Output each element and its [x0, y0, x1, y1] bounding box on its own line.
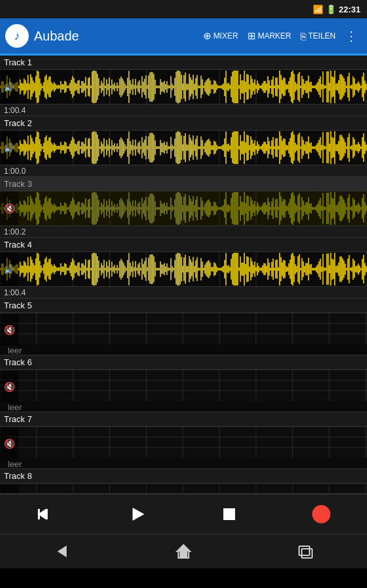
track-label-2: Track 2 — [4, 118, 32, 128]
more-button[interactable]: ⋮ — [341, 25, 362, 46]
recent-icon — [296, 542, 315, 561]
svg-rect-21 — [223, 508, 235, 520]
track-row-1: Track 1 🔊 1:00.4 — [0, 56, 367, 116]
track-header-5: Track 5 — [0, 299, 367, 313]
muted-icon-6: 🔇 — [0, 371, 18, 402]
wifi-icon: 📶 — [313, 5, 323, 14]
marker-icon: ⊞ — [247, 30, 256, 42]
home-icon — [174, 542, 193, 561]
top-bar: ♪ Aubade ⊕ MIXER ⊞ MARKER ⎘ TEILEN ⋮ — [0, 18, 367, 54]
track-header-8: Track 8 — [0, 469, 367, 483]
back-icon — [52, 542, 71, 561]
track-label-5: Track 5 — [4, 301, 32, 310]
track-content-8[interactable]: 🔇 — [0, 483, 367, 493]
track-content-6[interactable]: 🔇 — [0, 370, 367, 401]
track-label-6: Track 6 — [4, 357, 32, 367]
track-header-1: Track 1 — [0, 56, 367, 70]
track-header-4: Track 4 — [0, 238, 367, 252]
speaker-icon-4: 🔊 — [0, 252, 18, 286]
track-area: Track 1 🔊 1:00.4 Track 2 🔊 1:00.0 Track … — [0, 56, 367, 493]
track-row-7: Track 7 🔇 leer — [0, 412, 367, 469]
muted-icon-5: 🔇 — [0, 314, 18, 346]
track-waveform-1[interactable]: 🔊 — [0, 70, 367, 104]
track-header-7: Track 7 — [0, 412, 367, 427]
svg-marker-20 — [133, 508, 144, 521]
app-icon: ♪ — [5, 24, 29, 48]
recent-nav-button[interactable] — [286, 538, 325, 564]
svg-marker-22 — [57, 546, 67, 557]
nav-bar — [0, 534, 367, 568]
status-bar: 📶 🔋 22:31 — [0, 0, 367, 18]
skip-back-icon — [35, 504, 56, 525]
track-label-3: Track 3 — [4, 179, 32, 189]
share-button[interactable]: ⎘ TEILEN — [296, 28, 340, 44]
svg-rect-26 — [299, 546, 310, 555]
track-empty-label-5: leer — [0, 344, 367, 355]
track-time-2: 1:00.0 — [0, 165, 367, 176]
track-time-3: 1:00.2 — [0, 225, 367, 237]
svg-rect-25 — [180, 551, 187, 558]
play-icon — [127, 504, 148, 525]
status-time: 22:31 — [339, 5, 360, 14]
track-header-6: Track 6 — [0, 355, 367, 370]
mixer-button[interactable]: ⊕ MIXER — [199, 27, 242, 44]
track-row-6: Track 6 🔇 leer — [0, 355, 367, 412]
record-button[interactable] — [305, 498, 338, 531]
app-title: Aubade — [34, 29, 194, 44]
track-label-8: Track 8 — [4, 471, 32, 481]
track-header-3: Track 3 — [0, 177, 367, 191]
track-label-1: Track 1 — [4, 57, 32, 67]
svg-rect-19 — [38, 509, 40, 519]
battery-icon: 🔋 — [326, 5, 336, 14]
svg-marker-24 — [177, 545, 190, 551]
track-time-1: 1:00.4 — [0, 104, 367, 116]
marker-button[interactable]: ⊞ MARKER — [244, 27, 295, 44]
muted-icon-7: 🔇 — [0, 428, 18, 459]
muted-icon-8: 🔇 — [0, 485, 18, 493]
skip-back-button[interactable] — [29, 498, 62, 531]
speaker-icon-2: 🔊 — [0, 131, 18, 165]
status-icons: 📶 🔋 22:31 — [313, 5, 360, 14]
track-row-5: Track 5 🔇 leer — [0, 299, 367, 355]
svg-rect-18 — [46, 509, 48, 519]
track-label-7: Track 7 — [4, 414, 32, 424]
track-waveform-3[interactable]: 🔇 — [0, 191, 367, 225]
mixer-icon: ⊕ — [203, 30, 212, 42]
record-icon — [312, 505, 330, 523]
track-row-8: Track 8 🔇 leer — [0, 469, 367, 493]
track-header-2: Track 2 — [0, 116, 367, 131]
track-label-4: Track 4 — [4, 240, 32, 250]
svg-rect-27 — [302, 549, 312, 558]
track-time-4: 1:00.4 — [0, 286, 367, 298]
share-icon: ⎘ — [300, 31, 306, 42]
top-bar-actions: ⊕ MIXER ⊞ MARKER ⎘ TEILEN ⋮ — [199, 25, 362, 46]
stop-button[interactable] — [213, 498, 246, 531]
track-waveform-4[interactable]: 🔊 — [0, 252, 367, 286]
stop-icon — [219, 504, 240, 525]
back-nav-button[interactable] — [42, 538, 81, 564]
track-empty-label-6: leer — [0, 401, 367, 412]
muted-icon-3: 🔇 — [0, 191, 18, 225]
play-button[interactable] — [121, 498, 154, 531]
track-row-3: Track 3 🔇 1:00.2 — [0, 177, 367, 238]
track-empty-label-7: leer — [0, 458, 367, 468]
track-row-2: Track 2 🔊 1:00.0 — [0, 116, 367, 177]
track-content-7[interactable]: 🔇 — [0, 427, 367, 458]
home-nav-button[interactable] — [164, 538, 203, 564]
track-content-5[interactable]: 🔇 — [0, 313, 367, 344]
transport-bar — [0, 493, 367, 534]
music-icon: ♪ — [14, 29, 20, 43]
track-row-4: Track 4 🔊 1:00.4 — [0, 238, 367, 299]
speaker-icon-1: 🔊 — [0, 70, 18, 104]
track-waveform-2[interactable]: 🔊 — [0, 131, 367, 165]
